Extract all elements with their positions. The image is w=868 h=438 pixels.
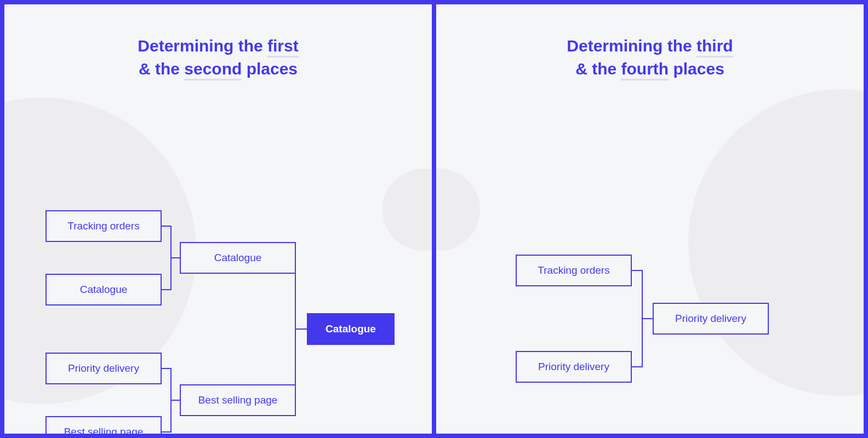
bracket-winner: Catalogue [307,313,395,345]
heading-text: Determining the [567,37,696,55]
bracket-node: Tracking orders [45,210,162,242]
connector [170,257,180,258]
connector [642,318,653,319]
bracket-node: Catalogue [45,274,162,306]
deco-circle [688,89,864,396]
deco-circle [436,169,480,251]
heading-text: places [242,60,298,78]
connector [170,400,180,401]
heading-text: & the [575,60,621,78]
connector [632,366,643,367]
heading-text-underline: fourth [621,60,669,80]
bracket-node: Priority delivery [45,353,162,384]
connector [632,270,643,271]
bracket-node: Tracking orders [516,255,632,286]
bracket-node: Priority delivery [653,303,769,335]
heading-right: Determining the third & the fourth place… [436,34,864,80]
heading-text: Determining the [138,37,267,55]
heading-text: places [669,60,724,78]
connector [295,328,307,330]
bracket-node: Best selling page [180,384,296,416]
heading-text-underline: third [696,37,733,57]
heading-text-underline: second [184,60,242,80]
bracket-node: Catalogue [180,242,296,274]
heading-left: Determining the first & the second place… [4,34,432,80]
heading-text: & the [139,60,184,78]
panel-left: Determining the first & the second place… [4,4,432,434]
deco-circle [382,169,432,251]
panel-right: Determining the third & the fourth place… [436,4,864,434]
heading-text-underline: first [267,37,299,57]
bracket-node: Best selling page [45,416,162,434]
bracket-node: Priority delivery [516,351,632,383]
